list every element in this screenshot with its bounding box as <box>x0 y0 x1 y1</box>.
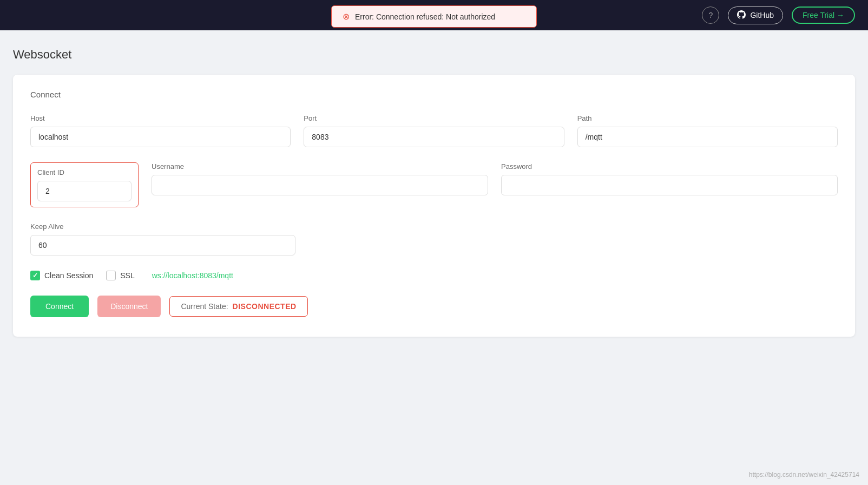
error-icon: ⊗ <box>343 11 350 22</box>
ssl-label: SSL <box>120 271 134 280</box>
ws-url: ws://localhost:8083/mqtt <box>152 271 233 280</box>
path-label: Path <box>577 114 838 122</box>
checkboxes-row: Clean Session SSL ws://localhost:8083/mq… <box>30 271 838 280</box>
username-group: Username <box>152 162 488 195</box>
clean-session-label: Clean Session <box>44 271 93 280</box>
error-notification: ⊗ Error: Connection refused: Not authori… <box>331 5 537 28</box>
clean-session-item: Clean Session <box>30 271 93 280</box>
ssl-checkbox[interactable] <box>106 271 116 280</box>
path-input[interactable] <box>577 127 838 147</box>
host-label: Host <box>30 114 291 122</box>
clean-session-checkbox[interactable] <box>30 271 40 280</box>
password-input[interactable] <box>501 175 838 195</box>
free-trial-button[interactable]: Free Trial → <box>792 6 855 24</box>
current-state-value: DISCONNECTED <box>233 302 297 311</box>
password-label: Password <box>501 162 838 171</box>
connect-button[interactable]: Connect <box>30 296 89 317</box>
keep-alive-label: Keep Alive <box>30 222 295 231</box>
path-group: Path <box>577 114 838 147</box>
username-input[interactable] <box>152 175 488 195</box>
github-label: GitHub <box>750 11 774 19</box>
keep-alive-input[interactable] <box>30 235 295 255</box>
client-id-group: Client ID <box>30 162 139 207</box>
host-group: Host <box>30 114 291 147</box>
help-icon: ? <box>709 11 713 19</box>
keep-alive-group: Keep Alive <box>30 222 295 255</box>
github-icon <box>737 10 746 21</box>
port-input[interactable] <box>304 127 564 147</box>
disconnect-button[interactable]: Disconnect <box>97 296 161 317</box>
password-group: Password <box>501 162 838 195</box>
client-id-input[interactable] <box>37 181 131 201</box>
host-input[interactable] <box>30 127 291 147</box>
buttons-row: Connect Disconnect Current State: DISCON… <box>30 296 838 317</box>
ssl-item: SSL <box>106 271 134 280</box>
credentials-row: Client ID Username Password <box>30 162 838 207</box>
navbar: ⊗ Error: Connection refused: Not authori… <box>0 0 868 30</box>
main-content: Websocket Connect Host Port Path Client … <box>0 30 868 354</box>
username-label: Username <box>152 162 488 171</box>
client-id-label: Client ID <box>37 168 131 176</box>
host-port-path-row: Host Port Path <box>30 114 838 147</box>
port-label: Port <box>304 114 564 122</box>
connect-card: Connect Host Port Path Client ID U <box>13 75 855 337</box>
keep-alive-row: Keep Alive <box>30 222 838 255</box>
current-state-label: Current State: <box>181 302 228 311</box>
help-button[interactable]: ? <box>702 6 719 24</box>
footer-link: https://blog.csdn.net/weixin_42425714 <box>749 471 859 479</box>
current-state-box: Current State: DISCONNECTED <box>169 296 307 317</box>
error-message: Error: Connection refused: Not authorize… <box>355 12 495 21</box>
page-title: Websocket <box>13 48 855 62</box>
card-section-title: Connect <box>30 90 838 99</box>
port-group: Port <box>304 114 564 147</box>
free-trial-label: Free Trial → <box>803 11 844 19</box>
github-button[interactable]: GitHub <box>728 6 783 24</box>
